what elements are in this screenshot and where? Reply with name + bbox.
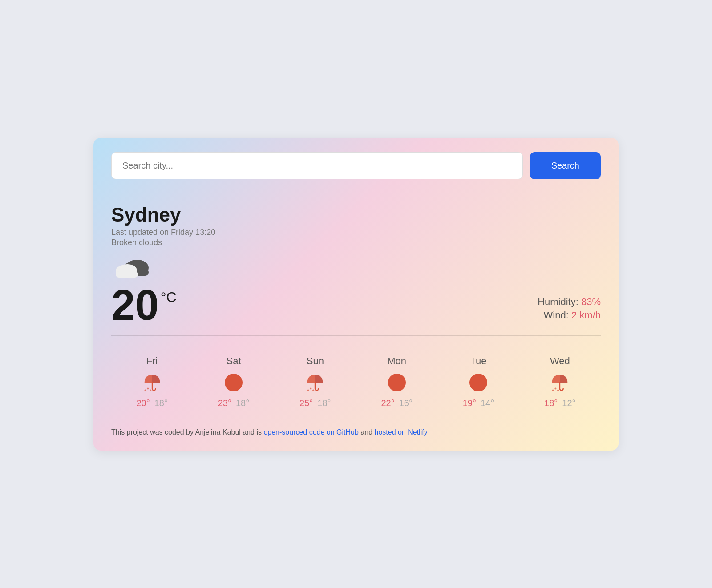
search-row: Search <box>111 152 601 179</box>
svg-point-7 <box>150 389 151 391</box>
sun-icon <box>469 373 488 392</box>
forecast-icon <box>141 371 163 394</box>
broken-clouds-icon <box>111 254 151 280</box>
forecast-icon <box>467 371 490 394</box>
svg-point-8 <box>144 389 146 391</box>
footer-text-middle: and <box>360 428 374 436</box>
weather-right-col: Humidity: 83% Wind: 2 km/h <box>538 296 601 323</box>
city-name: Sydney <box>111 204 601 226</box>
wind-display: Wind: 2 km/h <box>538 310 601 321</box>
temp-high: 22° <box>381 398 394 408</box>
wind-value: 2 km/h <box>571 310 601 321</box>
humidity-label: Humidity: <box>538 296 578 307</box>
rain-icon <box>304 371 326 394</box>
svg-point-12 <box>307 389 309 391</box>
temp-unit: °C <box>161 290 177 304</box>
last-updated: Last updated on Friday 13:20 <box>111 228 601 237</box>
forecast-day: Tue 19°14° <box>463 355 494 408</box>
temp-high: 18° <box>544 398 558 408</box>
humidity-display: Humidity: 83% <box>538 296 601 308</box>
github-link[interactable]: open-sourced code on GitHub <box>263 428 358 436</box>
svg-point-14 <box>469 374 487 391</box>
temp-low: 18° <box>317 398 331 408</box>
svg-point-10 <box>310 387 312 389</box>
top-divider <box>111 190 601 190</box>
temp-low: 18° <box>236 398 249 408</box>
wind-label: Wind: <box>544 310 569 321</box>
svg-point-9 <box>225 374 243 391</box>
weather-left-col: 20 °C <box>111 254 177 326</box>
weather-card: Search Sydney Last updated on Friday 13:… <box>93 138 619 451</box>
search-input[interactable] <box>111 152 523 179</box>
rain-icon <box>141 371 163 394</box>
svg-point-17 <box>552 389 554 391</box>
netlify-link[interactable]: hosted on Netlify <box>374 428 427 436</box>
day-label: Sun <box>307 355 324 367</box>
forecast-section: Fri 20°18°Sat 23°18°Sun <box>111 345 601 412</box>
middle-divider <box>111 335 601 336</box>
current-weather-section: Sydney Last updated on Friday 13:20 Brok… <box>111 199 601 335</box>
forecast-day: Mon 22°16° <box>381 355 413 408</box>
forecast-day: Sun 25°18° <box>299 355 331 408</box>
forecast-temps: 22°16° <box>381 398 413 408</box>
svg-point-11 <box>313 389 315 391</box>
temperature-display: 20 °C <box>111 284 177 326</box>
temp-high: 23° <box>218 398 231 408</box>
forecast-temps: 25°18° <box>299 398 331 408</box>
forecast-temps: 18°12° <box>544 398 576 408</box>
forecast-icon <box>549 371 571 394</box>
svg-point-15 <box>555 387 557 389</box>
temp-low: 14° <box>481 398 494 408</box>
day-label: Mon <box>387 355 406 367</box>
footer: This project was coded by Anjelina Kabul… <box>111 421 601 436</box>
bottom-divider <box>111 412 601 412</box>
footer-text-before: This project was coded by Anjelina Kabul… <box>111 428 263 436</box>
sun-icon <box>224 373 243 392</box>
temp-high: 25° <box>299 398 313 408</box>
temp-high: 20° <box>136 398 150 408</box>
forecast-day: Sat 23°18° <box>218 355 250 408</box>
sun-icon <box>387 373 407 392</box>
day-label: Sat <box>226 355 241 367</box>
day-label: Wed <box>550 355 570 367</box>
svg-rect-5 <box>116 271 138 278</box>
temp-low: 12° <box>562 398 575 408</box>
svg-point-13 <box>388 374 406 391</box>
temp-low: 18° <box>154 398 168 408</box>
svg-point-16 <box>558 389 559 391</box>
forecast-row: Fri 20°18°Sat 23°18°Sun <box>111 355 601 408</box>
forecast-day: Fri 20°18° <box>136 355 168 408</box>
forecast-temps: 19°14° <box>463 398 494 408</box>
rain-icon <box>549 371 571 394</box>
day-label: Fri <box>146 355 158 367</box>
forecast-day: Wed 18°12° <box>544 355 576 408</box>
forecast-icon <box>304 371 326 394</box>
temp-high: 19° <box>463 398 476 408</box>
forecast-temps: 23°18° <box>218 398 250 408</box>
search-button[interactable]: Search <box>530 152 601 179</box>
forecast-icon <box>386 371 408 394</box>
weather-description: Broken clouds <box>111 238 601 247</box>
humidity-value: 83% <box>581 296 601 307</box>
temp-value: 20 <box>111 284 159 326</box>
forecast-temps: 20°18° <box>136 398 168 408</box>
forecast-icon <box>222 371 245 394</box>
weather-main-row: 20 °C Humidity: 83% Wind: 2 km/h <box>111 254 601 326</box>
svg-point-6 <box>147 387 149 389</box>
temp-low: 16° <box>399 398 413 408</box>
day-label: Tue <box>470 355 486 367</box>
